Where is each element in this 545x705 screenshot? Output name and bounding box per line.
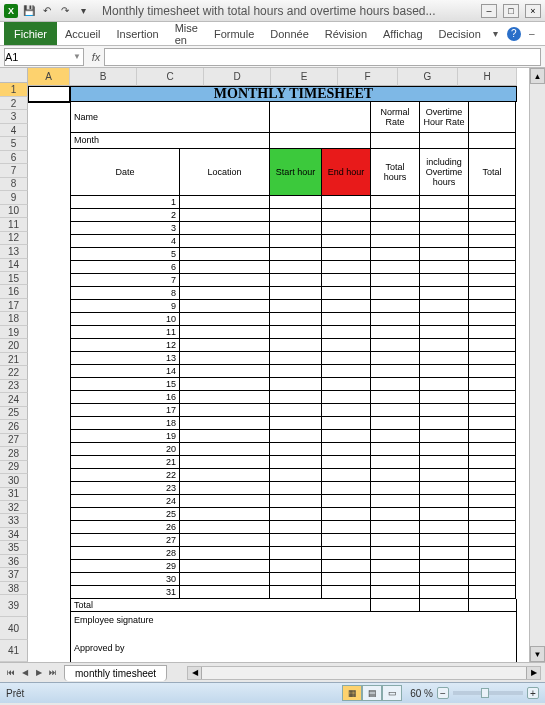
minimize-button[interactable]: – [481, 4, 497, 18]
day-total[interactable] [469, 521, 516, 534]
day-ot-hours[interactable] [420, 469, 469, 482]
day-total-hours[interactable] [371, 443, 420, 456]
day-total-hours[interactable] [371, 209, 420, 222]
day-total[interactable] [469, 586, 516, 599]
day-total-hours[interactable] [371, 248, 420, 261]
day-ot-hours[interactable] [420, 235, 469, 248]
row-header[interactable]: 17 [0, 299, 28, 312]
day-ot-hours[interactable] [420, 261, 469, 274]
zoom-slider[interactable] [453, 691, 523, 695]
day-total[interactable] [469, 235, 516, 248]
day-ot-hours[interactable] [420, 222, 469, 235]
day-end[interactable] [322, 235, 371, 248]
day-location[interactable] [180, 339, 270, 352]
row-header[interactable]: 31 [0, 488, 28, 501]
zoom-out-button[interactable]: − [437, 687, 449, 699]
namebox-dropdown-icon[interactable]: ▼ [73, 52, 83, 61]
col-header[interactable]: E [271, 68, 338, 86]
day-location[interactable] [180, 586, 270, 599]
day-ot-hours[interactable] [420, 339, 469, 352]
day-ot-hours[interactable] [420, 560, 469, 573]
view-page-layout-icon[interactable]: ▤ [362, 685, 382, 701]
day-start[interactable] [270, 456, 322, 469]
day-location[interactable] [180, 573, 270, 586]
day-end[interactable] [322, 547, 371, 560]
day-total[interactable] [469, 482, 516, 495]
day-location[interactable] [180, 287, 270, 300]
day-total-hours[interactable] [371, 352, 420, 365]
row-header[interactable]: 10 [0, 205, 28, 218]
day-ot-hours[interactable] [420, 287, 469, 300]
ribbon-expand-icon[interactable]: ▾ [489, 27, 503, 41]
day-start[interactable] [270, 443, 322, 456]
day-total-hours[interactable] [371, 508, 420, 521]
day-end[interactable] [322, 508, 371, 521]
file-tab[interactable]: Fichier [4, 22, 57, 45]
row-header[interactable]: 35 [0, 541, 28, 554]
day-total-hours[interactable] [371, 534, 420, 547]
day-total-hours[interactable] [371, 300, 420, 313]
day-ot-hours[interactable] [420, 521, 469, 534]
month-value[interactable] [270, 133, 371, 149]
day-end[interactable] [322, 469, 371, 482]
day-ot-hours[interactable] [420, 495, 469, 508]
day-ot-hours[interactable] [420, 534, 469, 547]
day-ot-hours[interactable] [420, 352, 469, 365]
tab-insert[interactable]: Insertion [108, 22, 166, 45]
day-total[interactable] [469, 508, 516, 521]
row-header[interactable]: 37 [0, 568, 28, 581]
row-header[interactable]: 30 [0, 474, 28, 487]
day-date[interactable]: 21 [71, 456, 180, 469]
day-date[interactable]: 17 [71, 404, 180, 417]
day-ot-hours[interactable] [420, 443, 469, 456]
day-total-hours[interactable] [371, 378, 420, 391]
day-end[interactable] [322, 274, 371, 287]
day-date[interactable]: 9 [71, 300, 180, 313]
col-header[interactable]: G [398, 68, 458, 86]
normal-rate-value[interactable] [371, 133, 420, 149]
day-location[interactable] [180, 261, 270, 274]
maximize-button[interactable]: □ [503, 4, 519, 18]
row-header[interactable]: 2 [0, 97, 28, 110]
day-location[interactable] [180, 196, 270, 209]
col-header[interactable]: A [28, 68, 70, 86]
row-header[interactable]: 16 [0, 285, 28, 298]
day-total[interactable] [469, 573, 516, 586]
hscroll-track[interactable] [202, 667, 526, 679]
day-start[interactable] [270, 547, 322, 560]
day-total-hours[interactable] [371, 547, 420, 560]
day-total[interactable] [469, 417, 516, 430]
day-location[interactable] [180, 235, 270, 248]
day-date[interactable]: 20 [71, 443, 180, 456]
day-date[interactable]: 15 [71, 378, 180, 391]
save-icon[interactable]: 💾 [22, 4, 36, 18]
day-total-hours[interactable] [371, 196, 420, 209]
row-header[interactable]: 19 [0, 326, 28, 339]
day-ot-hours[interactable] [420, 248, 469, 261]
day-start[interactable] [270, 417, 322, 430]
day-total-hours[interactable] [371, 313, 420, 326]
day-total-hours[interactable] [371, 521, 420, 534]
hscroll-right-icon[interactable]: ▶ [526, 667, 540, 679]
day-date[interactable]: 22 [71, 469, 180, 482]
day-end[interactable] [322, 352, 371, 365]
day-total[interactable] [469, 443, 516, 456]
row-header[interactable]: 22 [0, 366, 28, 379]
zoom-level[interactable]: 60 % [410, 688, 433, 699]
day-end[interactable] [322, 248, 371, 261]
day-location[interactable] [180, 391, 270, 404]
day-end[interactable] [322, 300, 371, 313]
day-location[interactable] [180, 352, 270, 365]
formula-input[interactable] [104, 48, 541, 66]
scroll-up-icon[interactable]: ▲ [530, 68, 545, 84]
day-location[interactable] [180, 430, 270, 443]
day-end[interactable] [322, 261, 371, 274]
day-start[interactable] [270, 482, 322, 495]
day-start[interactable] [270, 326, 322, 339]
day-total[interactable] [469, 300, 516, 313]
day-date[interactable]: 26 [71, 521, 180, 534]
row-header[interactable]: 4 [0, 124, 28, 137]
day-end[interactable] [322, 404, 371, 417]
col-header[interactable]: B [70, 68, 137, 86]
day-total-hours[interactable] [371, 261, 420, 274]
